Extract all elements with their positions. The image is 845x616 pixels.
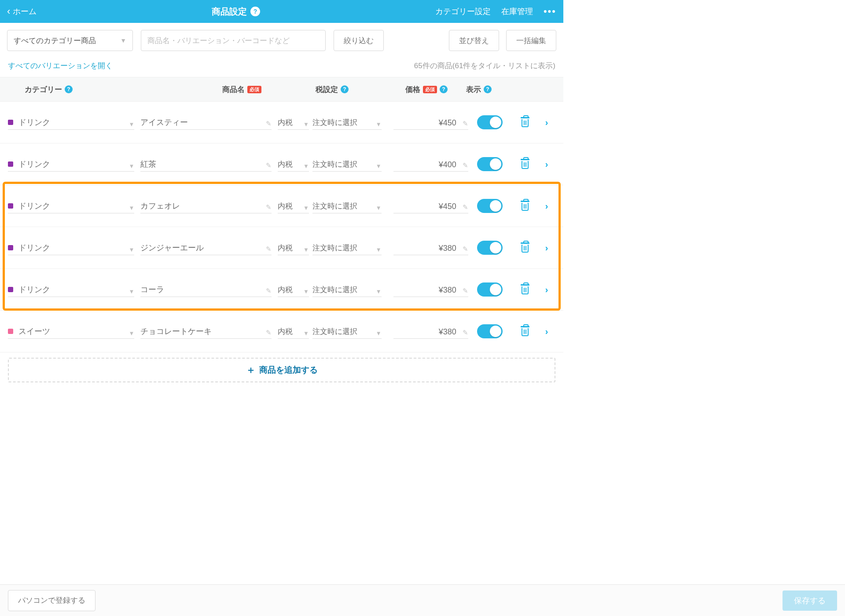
pencil-icon: ✎ — [463, 329, 468, 337]
tax-timing-select[interactable]: 注文時に選択 ▼ — [312, 198, 382, 213]
help-icon[interactable]: ? — [341, 85, 349, 93]
tax-type-select[interactable]: 内税 ▼ — [278, 240, 309, 255]
display-toggle[interactable] — [477, 199, 503, 213]
display-toggle[interactable] — [477, 241, 503, 255]
chevron-down-icon: ▼ — [303, 163, 309, 169]
category-label: ドリンク — [18, 117, 50, 128]
tax-type-select[interactable]: 内税 ▼ — [278, 198, 309, 213]
help-icon[interactable]: ? — [65, 85, 73, 93]
table-row: ドリンク ▼ カフェオレ ✎ 内税 ▼ 注文時に選択 ▼ — [0, 185, 563, 227]
chevron-down-icon: ▼ — [303, 330, 309, 337]
chevron-down-icon: ▼ — [376, 288, 382, 295]
sort-button[interactable]: 並び替え — [449, 30, 499, 51]
tax-timing-select[interactable]: 注文時に選択 ▼ — [312, 157, 382, 172]
tax-timing-select[interactable]: 注文時に選択 ▼ — [312, 115, 382, 130]
help-icon[interactable]: ? — [484, 85, 492, 93]
display-toggle[interactable] — [477, 157, 503, 171]
category-select[interactable]: ドリンク ▼ — [8, 115, 134, 130]
product-name-input[interactable]: コーラ ✎ — [140, 282, 271, 297]
search-input[interactable]: 商品名・バリエーション・バーコードなど — [141, 30, 326, 51]
required-badge: 必須 — [247, 86, 261, 93]
display-toggle[interactable] — [477, 324, 503, 338]
display-toggle[interactable] — [477, 115, 503, 129]
tax-type-select[interactable]: 内税 ▼ — [278, 115, 309, 130]
pencil-icon: ✎ — [266, 329, 272, 337]
chevron-right-icon[interactable]: › — [545, 201, 548, 211]
chevron-right-icon[interactable]: › — [545, 326, 548, 337]
price-input[interactable]: ¥400 ✎ — [393, 157, 468, 172]
pencil-icon: ✎ — [463, 203, 468, 211]
table-row: ドリンク ▼ ジンジャーエール ✎ 内税 ▼ 注文時に選択 ▼ — [0, 227, 563, 269]
table-body: ドリンク ▼ アイスティー ✎ 内税 ▼ 注文時に選択 ▼ — [0, 102, 563, 352]
trash-icon[interactable] — [520, 117, 530, 128]
pencil-icon: ✎ — [463, 245, 468, 253]
product-name-value: ジンジャーエール — [140, 242, 204, 253]
category-settings-link[interactable]: カテゴリー設定 — [435, 6, 491, 17]
help-icon[interactable]: ? — [440, 85, 448, 93]
chevron-down-icon: ▼ — [376, 330, 382, 337]
trash-icon[interactable] — [520, 201, 530, 211]
category-select[interactable]: ドリンク ▼ — [8, 198, 134, 213]
open-all-variations-link[interactable]: すべてのバリエーションを開く — [8, 61, 113, 71]
product-name-value: チョコレートケーキ — [140, 326, 212, 337]
display-toggle[interactable] — [477, 282, 503, 297]
price-value: ¥450 — [439, 202, 456, 211]
chevron-right-icon[interactable]: › — [545, 243, 548, 253]
pencil-icon: ✎ — [266, 245, 272, 253]
category-select[interactable]: ドリンク ▼ — [8, 157, 134, 172]
table-row: ドリンク ▼ アイスティー ✎ 内税 ▼ 注文時に選択 ▼ — [0, 102, 563, 143]
category-select[interactable]: スイーツ ▼ — [8, 324, 134, 339]
chevron-right-icon[interactable]: › — [545, 159, 548, 169]
chevron-down-icon: ▼ — [129, 163, 135, 169]
th-tax: 税設定 ? — [268, 84, 356, 95]
back-button[interactable]: ‹ ホーム — [7, 6, 37, 17]
category-color-icon — [8, 245, 13, 250]
help-icon[interactable]: ? — [250, 7, 260, 16]
price-input[interactable]: ¥380 ✎ — [393, 324, 468, 339]
category-select[interactable]: ドリンク ▼ — [8, 240, 134, 255]
more-icon[interactable]: ••• — [544, 6, 556, 17]
tax-type-select[interactable]: 内税 ▼ — [278, 324, 309, 339]
narrow-button[interactable]: 絞り込む — [334, 30, 384, 51]
trash-icon[interactable] — [520, 242, 530, 253]
table-row: ドリンク ▼ 紅茶 ✎ 内税 ▼ 注文時に選択 ▼ — [0, 143, 563, 185]
trash-icon[interactable] — [520, 326, 530, 337]
product-name-input[interactable]: チョコレートケーキ ✎ — [140, 324, 271, 339]
tax-timing-select[interactable]: 注文時に選択 ▼ — [312, 240, 382, 255]
price-input[interactable]: ¥380 ✎ — [393, 282, 468, 297]
inventory-link[interactable]: 在庫管理 — [501, 6, 533, 17]
pencil-icon: ✎ — [266, 161, 272, 169]
tax-type-select[interactable]: 内税 ▼ — [278, 282, 309, 297]
bulk-edit-button[interactable]: 一括編集 — [506, 30, 556, 51]
category-filter-select[interactable]: すべてのカテゴリー商品 ▼ — [7, 30, 133, 51]
chevron-right-icon[interactable]: › — [545, 285, 548, 295]
tax-type-select[interactable]: 内税 ▼ — [278, 157, 309, 172]
price-input[interactable]: ¥380 ✎ — [393, 240, 468, 255]
category-color-icon — [8, 203, 13, 209]
pencil-icon: ✎ — [266, 120, 272, 128]
pencil-icon: ✎ — [266, 287, 272, 295]
add-product-button[interactable]: ＋ 商品を追加する — [8, 358, 555, 382]
category-select[interactable]: ドリンク ▼ — [8, 282, 134, 297]
tax-timing-select[interactable]: 注文時に選択 ▼ — [312, 324, 382, 339]
category-color-icon — [8, 329, 13, 334]
th-price: 価格 必須 ? — [356, 84, 450, 95]
product-name-input[interactable]: カフェオレ ✎ — [140, 198, 271, 213]
tax-timing-select[interactable]: 注文時に選択 ▼ — [312, 282, 382, 297]
th-category: カテゴリー ? — [8, 84, 136, 95]
chevron-down-icon: ▼ — [120, 37, 126, 44]
price-input[interactable]: ¥450 ✎ — [393, 115, 468, 130]
product-name-value: カフェオレ — [140, 201, 180, 211]
product-name-input[interactable]: 紅茶 ✎ — [140, 157, 271, 172]
chevron-down-icon: ▼ — [303, 121, 309, 128]
category-label: ドリンク — [18, 159, 50, 169]
price-input[interactable]: ¥450 ✎ — [393, 198, 468, 213]
trash-icon[interactable] — [520, 284, 530, 295]
product-name-input[interactable]: アイスティー ✎ — [140, 115, 271, 130]
product-name-input[interactable]: ジンジャーエール ✎ — [140, 240, 271, 255]
trash-icon[interactable] — [520, 159, 530, 169]
item-count-label: 65件の商品(61件をタイル・リストに表示) — [414, 61, 555, 71]
chevron-right-icon[interactable]: › — [545, 117, 548, 128]
required-badge: 必須 — [423, 86, 437, 93]
category-label: ドリンク — [18, 242, 50, 253]
